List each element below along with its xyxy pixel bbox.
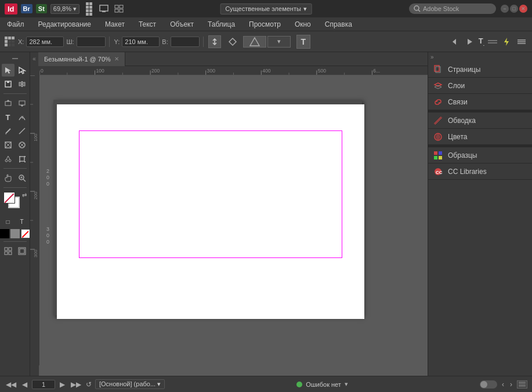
scroll-right-btn[interactable]: › [509,380,513,389]
icon-monitor[interactable] [98,3,110,14]
hand-tool[interactable] [2,172,15,184]
black-swatch[interactable] [0,229,9,238]
panel-layers[interactable]: Слои [428,78,532,94]
svg-rect-5 [120,9,123,12]
h-input[interactable] [171,37,200,47]
w-input[interactable] [77,37,106,47]
document-tab[interactable]: Безымянный-1 @ 70% ✕ [38,52,125,66]
panel-menu-icon[interactable] [516,36,527,48]
ellipse-frame-tool[interactable] [16,139,28,151]
bridge-badge[interactable]: Br [21,4,32,13]
icon-grid2[interactable] [113,3,125,14]
stroke-selector[interactable] [243,36,266,48]
tabs-bar: « Безымянный-1 @ 70% ✕ [30,52,428,66]
icon-grid1[interactable] [83,3,95,14]
pencil-tool[interactable] [2,125,15,137]
svg-rect-2 [115,5,118,8]
menu-edit[interactable]: Редактирование [36,19,93,30]
content-collector[interactable] [2,97,15,110]
close-button[interactable]: ✕ [519,5,527,13]
layers-label: Слои [448,82,527,90]
page-number-input[interactable] [32,380,55,389]
svg-rect-46 [24,156,26,157]
content-placer[interactable] [16,97,28,110]
tabs-collapse-icon[interactable]: « [30,52,38,66]
link-proportions-icon[interactable] [208,35,221,48]
next-page-btn[interactable]: ▶ [59,380,66,389]
none-swatch[interactable] [21,229,30,238]
panel-collapse-arrow[interactable]: » [430,54,434,60]
menu-view[interactable]: Просмотр [247,19,283,30]
gap-tool[interactable] [16,78,28,90]
menu-layout[interactable]: Макет [103,19,127,30]
line-tool[interactable] [16,125,28,137]
grid-btn1[interactable] [2,245,15,257]
panel-color[interactable]: Цвета [428,129,532,145]
frame-mode-btn[interactable]: T [16,215,28,228]
y-input[interactable] [122,37,160,47]
free-transform-tool[interactable] [16,153,28,165]
prev-page-btn[interactable]: ◀ [21,380,28,389]
type-path-tool[interactable]: T [16,111,28,124]
frame-tool[interactable] [2,139,15,151]
menu-text[interactable]: Текст [136,19,158,30]
page-margin-guides [79,130,342,258]
swap-colors-icon[interactable]: ⇄ [22,192,27,198]
master-dropdown[interactable]: [Основной] (рабо... ▾ [95,379,165,389]
canvas-content[interactable]: 300 200 [39,75,428,376]
frame-tools [2,139,28,151]
type-tool[interactable]: T [2,111,15,124]
view-mode-icon[interactable] [517,380,527,389]
normal-mode-btn[interactable]: □ [2,215,15,228]
x-input[interactable] [26,37,64,47]
zoom-select[interactable]: 69,8% ▾ [50,4,79,14]
refresh-icon[interactable]: ↺ [86,380,92,389]
maximize-button[interactable]: □ [510,5,518,13]
scroll-left-btn[interactable]: ‹ [501,380,505,389]
prev-page-icon[interactable] [448,36,460,48]
h-label: В: [162,38,168,45]
app-badge: Id [5,3,17,14]
grid-btn2[interactable] [16,245,28,257]
options-right-icons: T. [448,36,527,48]
panel-stroke[interactable]: Обводка [428,112,532,129]
scissors-tool[interactable] [2,153,15,165]
menu-object[interactable]: Объект [168,19,196,30]
toolbar-collapse[interactable] [3,55,27,63]
tab-close-icon[interactable]: ✕ [114,56,119,62]
stock-badge[interactable]: St [36,4,47,13]
status-indicator [296,382,302,387]
last-page-btn[interactable]: ▶▶ [70,380,82,389]
minimize-button[interactable]: − [501,5,509,13]
play-icon[interactable] [464,36,475,48]
shape-tools [2,153,28,165]
search-box[interactable]: Adobe Stock [409,3,496,14]
gray-swatch[interactable] [10,229,20,238]
panel-links[interactable]: Связи [428,94,532,110]
menu-file[interactable]: Файл [5,19,27,30]
x-label: X: [18,38,24,45]
fill-swatch[interactable] [3,192,15,204]
select-tool[interactable] [2,64,15,77]
menu-help[interactable]: Справка [323,19,354,30]
first-page-btn[interactable]: ◀◀ [5,380,17,389]
svg-line-43 [8,156,10,159]
menu-window[interactable]: Окно [292,19,313,30]
workspace-dropdown[interactable]: Существенные элементы ▾ [220,3,312,14]
error-dropdown-arrow[interactable]: ▾ [345,380,348,388]
fill-selector-dropdown[interactable]: ▾ [267,36,291,48]
panel-pages[interactable]: Страницы [428,61,532,78]
canvas-scroll[interactable]: 100 200 300 [30,75,428,376]
panel-cclibs[interactable]: CC CC Libraries [428,164,532,180]
menu-table[interactable]: Таблица [205,19,237,30]
zoom-tool[interactable] [16,172,28,184]
quick-apply-icon[interactable] [501,36,512,48]
direct-select-tool[interactable] [16,64,28,77]
svg-rect-25 [23,82,25,86]
preflight-toggle[interactable] [480,380,497,389]
page-tool[interactable] [2,78,15,90]
horizontal-ruler: 0 100 200 300 400 500 6... [39,66,428,75]
panel-swatches[interactable]: Образцы [428,147,532,164]
stroke-label: Обводка [448,117,527,125]
svg-line-31 [6,129,10,133]
